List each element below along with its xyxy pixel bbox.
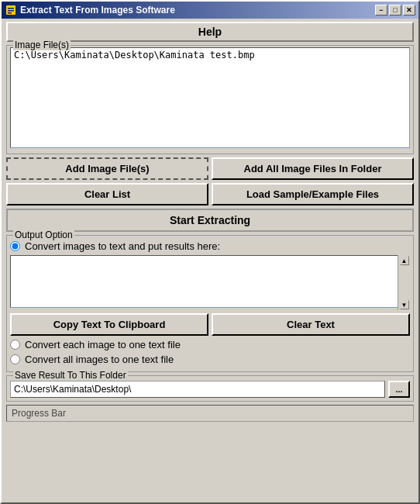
clear-text-button[interactable]: Clear Text [212,313,410,336]
radio-convert-to-text[interactable] [10,241,20,251]
output-option-group: Output Option Convert images to text and… [6,235,414,372]
maximize-button[interactable]: □ [389,5,401,16]
save-folder-group: Save Result To This Folder ... [6,375,414,402]
file-list-textarea[interactable]: C:\Users\Kaminata\Desktop\Kaminata test.… [10,47,410,148]
svg-rect-2 [8,10,14,12]
radio3-row: Convert all images to one text file [10,354,410,365]
browse-button[interactable]: ... [388,381,410,398]
window-title: Extract Text From Images Software [20,5,175,16]
add-image-button[interactable]: Add Image File(s) [6,157,208,180]
radio2-label: Convert each image to one text file [25,339,181,350]
svg-rect-1 [8,8,14,9]
scroll-down-arrow[interactable]: ▼ [400,300,409,309]
scrollbar: ▲ ▼ [398,255,410,310]
progress-label: Progress Bar [12,408,66,419]
radio-all-images[interactable] [10,354,20,364]
radio3-label: Convert all images to one text file [25,354,174,365]
clear-list-button[interactable]: Clear List [6,183,208,205]
radio1-label: Convert images to text and put results h… [25,240,220,252]
svg-rect-3 [8,12,12,14]
start-extracting-button[interactable]: Start Extracting [6,209,414,232]
progress-bar: Progress Bar [6,405,414,422]
output-option-label: Output Option [13,230,74,240]
load-sample-button[interactable]: Load Sample/Example Files [212,183,414,205]
radio2-row: Convert each image to one text file [10,339,410,350]
clear-load-row: Clear List Load Sample/Example Files [6,183,414,205]
save-folder-label: Save Result To This Folder [13,370,128,381]
app-icon [5,4,17,16]
main-content: Help Image File(s) C:\Users\Kaminata\Des… [2,19,418,502]
folder-path-input[interactable] [10,381,385,398]
minimize-button[interactable]: − [375,5,387,16]
text-output-container: ▲ ▼ [10,255,410,310]
copy-clipboard-button[interactable]: Copy Text To Clipboard [10,313,208,336]
scroll-up-arrow[interactable]: ▲ [400,256,409,265]
add-buttons-row: Add Image File(s) Add All Image Files In… [6,157,414,180]
image-files-label: Image File(s) [13,40,71,50]
text-output-area[interactable] [10,255,410,308]
folder-row: ... [10,381,410,398]
add-all-button[interactable]: Add All Image Files In Folder [212,157,414,180]
main-window: Extract Text From Images Software − □ ✕ … [0,0,420,504]
copy-clear-row: Copy Text To Clipboard Clear Text [10,313,410,336]
radio-each-image[interactable] [10,340,20,350]
image-files-group: Image File(s) C:\Users\Kaminata\Desktop\… [6,45,414,154]
radio1-row: Convert images to text and put results h… [10,240,410,252]
close-button[interactable]: ✕ [403,5,415,16]
title-bar: Extract Text From Images Software − □ ✕ [2,2,418,19]
